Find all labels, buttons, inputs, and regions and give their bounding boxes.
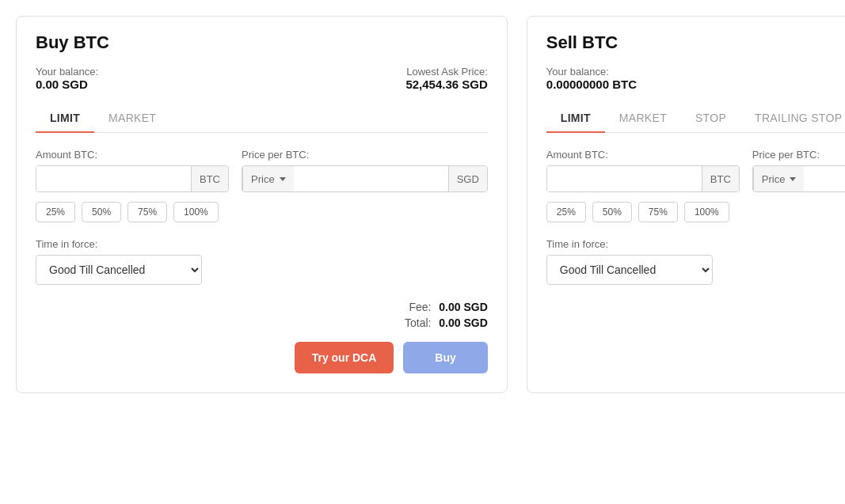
sell-price-addon[interactable]: Price (753, 166, 805, 191)
sell-fields-row: Amount BTC: BTC Price per BTC: Price SGD (546, 149, 845, 192)
sell-percent-25[interactable]: 25% (546, 202, 586, 222)
buy-price-currency: SGD (448, 166, 487, 191)
buy-ask-value: 52,454.36 SGD (405, 78, 487, 91)
buy-balance-label: Your balance: (36, 66, 98, 78)
sell-tab-limit[interactable]: LIMIT (546, 104, 605, 132)
sell-action-buttons: Sell (546, 342, 845, 373)
buy-amount-input[interactable] (36, 166, 191, 191)
buy-fee-total: Fee: 0.00 SGD Total: 0.00 SGD (36, 301, 488, 329)
sell-time-force-group: Time in force: Good Till Cancelled Immed… (546, 238, 845, 301)
sell-fee-total: Fee: 0.00000000 BTC Total: 0.00 SGD (546, 301, 845, 329)
sell-percent-75[interactable]: 75% (638, 202, 678, 222)
buy-button[interactable]: Buy (403, 342, 487, 373)
buy-price-chevron-icon (280, 177, 286, 181)
sell-price-label: Price per BTC: (752, 149, 845, 161)
buy-total-label: Total: (405, 316, 431, 329)
buy-action-buttons: Try our DCA Buy (36, 342, 488, 373)
buy-amount-input-wrapper: BTC (36, 165, 229, 192)
buy-tabs: LIMIT MARKET (36, 104, 488, 133)
buy-dca-button[interactable]: Try our DCA (295, 342, 394, 373)
buy-balance-row: Your balance: 0.00 SGD Lowest Ask Price:… (36, 66, 488, 91)
sell-panel-title: Sell BTC (546, 32, 845, 53)
buy-time-force-group: Time in force: Good Till Cancelled Immed… (36, 238, 488, 301)
buy-price-input[interactable] (294, 166, 448, 191)
sell-price-group: Price per BTC: Price SGD (752, 149, 845, 192)
sell-fee-row: Fee: 0.00000000 BTC (546, 301, 845, 313)
buy-fee-value: 0.00 SGD (439, 301, 487, 313)
buy-amount-addon: BTC (191, 166, 228, 191)
sell-time-force-label: Time in force: (546, 238, 845, 250)
sell-tabs: LIMIT MARKET STOP TRAILING STOP (546, 104, 845, 133)
buy-percent-100[interactable]: 100% (173, 202, 219, 222)
buy-total-value: 0.00 SGD (439, 316, 487, 329)
sell-tab-trailing-stop[interactable]: TRAILING STOP (740, 104, 845, 132)
buy-panel: Buy BTC Your balance: 0.00 SGD Lowest As… (16, 16, 508, 393)
buy-amount-label: Amount BTC: (36, 149, 229, 161)
buy-time-force-select[interactable]: Good Till Cancelled Immediate or Cancel … (36, 255, 202, 285)
buy-balance-section: Your balance: 0.00 SGD (36, 66, 98, 91)
buy-fields-row: Amount BTC: BTC Price per BTC: Price SGD (36, 149, 488, 192)
buy-ask-label: Lowest Ask Price: (405, 66, 487, 78)
sell-panel: Sell BTC Your balance: 0.00000000 BTC Hi… (527, 16, 845, 393)
buy-fee-row: Fee: 0.00 SGD (36, 301, 488, 313)
buy-tab-limit[interactable]: LIMIT (36, 104, 94, 132)
buy-percent-75[interactable]: 75% (128, 202, 167, 222)
buy-percent-buttons: 25% 50% 75% 100% (36, 202, 488, 222)
sell-amount-group: Amount BTC: BTC (546, 149, 740, 192)
buy-ask-section: Lowest Ask Price: 52,454.36 SGD (405, 66, 487, 91)
sell-balance-value: 0.00000000 BTC (546, 78, 637, 91)
buy-balance-value: 0.00 SGD (36, 78, 98, 91)
buy-time-force-label: Time in force: (36, 238, 488, 250)
sell-balance-section: Your balance: 0.00000000 BTC (546, 66, 637, 91)
sell-amount-input[interactable] (547, 166, 702, 191)
buy-price-addon[interactable]: Price (242, 166, 294, 191)
sell-price-input-wrapper: Price SGD (752, 165, 845, 192)
buy-percent-50[interactable]: 50% (82, 202, 121, 222)
buy-amount-group: Amount BTC: BTC (36, 149, 229, 192)
sell-balance-row: Your balance: 0.00000000 BTC Highest Bid… (546, 66, 845, 91)
buy-tab-market[interactable]: MARKET (94, 104, 170, 132)
sell-amount-label: Amount BTC: (546, 149, 740, 161)
sell-amount-input-wrapper: BTC (546, 165, 740, 192)
sell-time-force-select[interactable]: Good Till Cancelled Immediate or Cancel … (546, 255, 713, 285)
buy-price-input-wrapper: Price SGD (242, 165, 488, 192)
sell-price-input[interactable] (804, 166, 845, 191)
buy-price-group: Price per BTC: Price SGD (242, 149, 488, 192)
sell-percent-100[interactable]: 100% (684, 202, 729, 222)
sell-percent-buttons: 25% 50% 75% 100% (546, 202, 845, 222)
sell-percent-50[interactable]: 50% (592, 202, 632, 222)
buy-fee-label: Fee: (409, 301, 431, 313)
sell-price-chevron-icon (790, 177, 796, 181)
sell-tab-market[interactable]: MARKET (605, 104, 681, 132)
trading-panels: Buy BTC Your balance: 0.00 SGD Lowest As… (16, 16, 829, 393)
sell-balance-label: Your balance: (546, 66, 637, 78)
buy-percent-25[interactable]: 25% (36, 202, 75, 222)
sell-tab-stop[interactable]: STOP (681, 104, 740, 132)
sell-amount-addon: BTC (702, 166, 739, 191)
buy-price-label: Price per BTC: (242, 149, 488, 161)
sell-total-row: Total: 0.00 SGD (546, 316, 845, 329)
buy-panel-title: Buy BTC (36, 32, 488, 53)
buy-total-row: Total: 0.00 SGD (36, 316, 488, 329)
